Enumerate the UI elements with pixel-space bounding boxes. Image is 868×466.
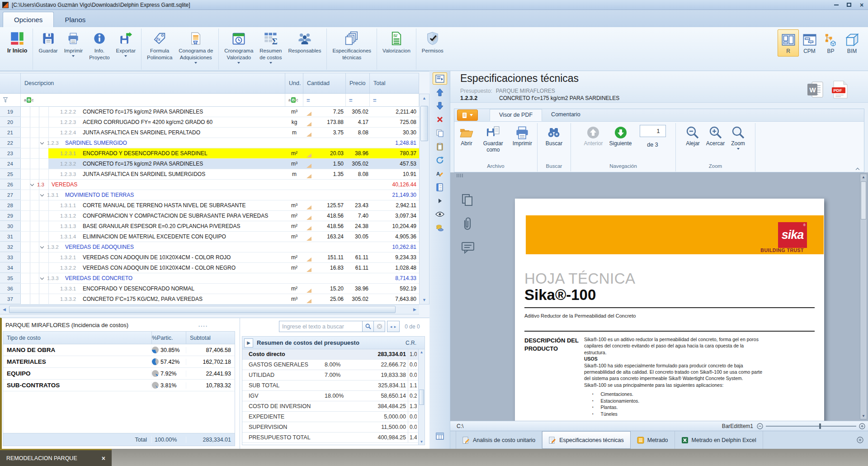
- guardar-button[interactable]: Guardar: [35, 29, 61, 69]
- table-row[interactable]: 301.3.1.3BASE GRANULAR ESPESOR E=0.20 C/…: [0, 221, 419, 232]
- table-row[interactable]: 281.3.1.1CORTE MANUAL DE TERRENO HASTA N…: [0, 200, 419, 211]
- search-input[interactable]: [279, 321, 363, 332]
- table-row-selected[interactable]: 231.2.3.1ENCOFRADO Y DESENCOFRADO DE SAR…: [0, 148, 419, 159]
- siguiente-button[interactable]: Siguiente: [606, 124, 635, 147]
- exportar-button[interactable]: Exportar: [113, 29, 139, 69]
- resumen-row[interactable]: IGV18.00%58,650.140.2: [242, 391, 425, 401]
- pages-panel-icon[interactable]: [461, 193, 475, 207]
- visibility-button[interactable]: [433, 208, 447, 220]
- acercar-button[interactable]: Acercar: [703, 124, 728, 147]
- abrir-button[interactable]: Abrir: [456, 124, 477, 147]
- table-row[interactable]: 341.3.2.2VEREDAS CON ADOQUIN DE 10X20X4C…: [0, 263, 419, 273]
- resumen-row[interactable]: Costo directo283,334.011.0: [242, 349, 425, 360]
- column-header-total[interactable]: Total: [370, 73, 419, 93]
- imprimir-button[interactable]: Imprimir: [61, 29, 86, 69]
- attachments-panel-icon[interactable]: [461, 217, 475, 231]
- slider-thumb[interactable]: [819, 423, 821, 429]
- tab-analisis-costo-unitario[interactable]: Analisis de costo unitario: [456, 431, 542, 449]
- tab-visor-pdf[interactable]: Visor de PDF: [490, 109, 542, 121]
- splitter-grip[interactable]: [457, 174, 463, 177]
- close-button[interactable]: ×: [855, 1, 868, 9]
- tab-metrado[interactable]: Metrado: [631, 431, 675, 449]
- filter-descripcion[interactable]: aBc: [21, 94, 285, 106]
- table-row[interactable]: 201.2.2.3ACERO CORRUGADO FY= 4200 kg/cm2…: [0, 117, 419, 128]
- filter-funnel-icon[interactable]: [0, 94, 21, 106]
- valorizacion-button[interactable]: S/ Valorizacion: [379, 29, 414, 69]
- table-row[interactable]: 211.2.2.4JUNTA ASFALTICA EN SARDINEL PER…: [0, 128, 419, 138]
- column-header-und[interactable]: Und.: [285, 73, 303, 93]
- scroll-left-icon[interactable]: ◀: [0, 305, 9, 314]
- table-row[interactable]: 311.3.1.4ELIMINACION DE MATERIAL EXCEDEN…: [0, 232, 419, 242]
- table-row[interactable]: 191.2.2.2CONCRETO f'c=175 kg/cm2 PARA SA…: [0, 107, 419, 117]
- comments-panel-icon[interactable]: [461, 241, 475, 254]
- column-header-descripcion[interactable]: Descripcion: [21, 73, 285, 93]
- table-row-group[interactable]: 271.3.1MOVIMIENTO DE TIERRAS21,149.30: [0, 190, 419, 200]
- collapse-icon[interactable]: [40, 140, 44, 144]
- resumen-row[interactable]: PRESUPUESTO TOTAL400,984.251.4: [242, 433, 425, 443]
- search-button[interactable]: [363, 321, 374, 332]
- tab-metrado-delphin-excel[interactable]: Metrado en Delphin Excel: [675, 431, 763, 449]
- pdf-viewer-area[interactable]: sika® BUILDING TRUST HOJA TÉCNICA Sika®-…: [450, 172, 868, 421]
- tab-comentario[interactable]: Comentario: [542, 109, 590, 121]
- move-down-button[interactable]: [433, 100, 447, 112]
- especificaciones-tecnicas-button[interactable]: Especificaciones técnicas: [329, 29, 374, 69]
- table-row-group[interactable]: 321.3.2VEREDAS DE ADOQUINES10,262.81: [0, 242, 419, 252]
- scrollbar-thumb[interactable]: [9, 306, 396, 313]
- anterior-button[interactable]: Anterior: [580, 124, 606, 147]
- view-cpm-button[interactable]: CPM: [799, 29, 820, 57]
- export-word-button[interactable]: W: [807, 80, 825, 99]
- slider-track[interactable]: [766, 426, 856, 427]
- list-item[interactable]: EQUIPO 7.92% 22,441.93: [3, 368, 235, 380]
- view-r-button[interactable]: R: [778, 29, 799, 57]
- vertical-scrollbar[interactable]: ▲ ▼: [419, 94, 429, 304]
- scroll-down-icon[interactable]: ▼: [420, 296, 429, 304]
- alejar-button[interactable]: Alejar: [683, 124, 703, 147]
- info-proyecto-button[interactable]: Info. Proyecto: [86, 29, 113, 69]
- cronograma-valorizado-button[interactable]: Cronograma Valorizado: [221, 29, 256, 69]
- paste-button[interactable]: [433, 140, 447, 152]
- copy-button[interactable]: [433, 127, 447, 139]
- table-row-group[interactable]: 351.3.3VEREDAS DE CONCRETO8,714.33: [0, 273, 419, 284]
- scrollbar-thumb[interactable]: [419, 390, 424, 405]
- column-header-cantidad[interactable]: Cantidad: [303, 73, 346, 93]
- tab-planos[interactable]: Planos: [54, 12, 96, 27]
- column-header-tipo[interactable]: Tipo de costo: [3, 335, 151, 341]
- resumen-row[interactable]: SUB TOTAL325,834.111.1: [242, 380, 425, 391]
- table-row-group[interactable]: 221.2.3SARDINEL SUMERGIDO1,248.81: [0, 138, 419, 148]
- export-pdf-button[interactable]: PDF: [831, 80, 849, 99]
- imprimir-pdf-button[interactable]: Imprimir: [509, 124, 535, 147]
- expand-panel-button[interactable]: ▶: [244, 338, 253, 347]
- list-item[interactable]: SUB-CONTRATOS 3.81% 10,783.32: [3, 380, 235, 391]
- table-row-group[interactable]: 261.3VEREDAS40,126.44: [0, 180, 419, 190]
- sort-edit-button[interactable]: A: [433, 167, 447, 180]
- page-number-input[interactable]: 1: [640, 125, 666, 137]
- filter-und[interactable]: aBc: [285, 94, 303, 106]
- collapse-icon[interactable]: [40, 276, 44, 279]
- resumen-row[interactable]: GASTOS GENERALES8.00%22,666.720.0: [242, 360, 425, 370]
- resumen-row[interactable]: COSTO DE INVERSION384,484.251.3: [242, 401, 425, 412]
- scroll-up-icon[interactable]: ▲: [420, 94, 429, 102]
- expand-arrow-button[interactable]: [433, 195, 447, 207]
- tab-especificaciones-tecnicas[interactable]: Especificaciones técnicas: [542, 431, 630, 449]
- tab-opciones[interactable]: Opciones: [3, 12, 54, 27]
- view-bp-button[interactable]: BP: [820, 29, 841, 57]
- view-bim-button[interactable]: BIM: [841, 29, 863, 57]
- conograma-adquisiciones-button[interactable]: Conograma de Adquisiciones: [175, 29, 216, 69]
- filter-precio[interactable]: =: [346, 94, 370, 106]
- responsables-button[interactable]: Responsables: [285, 29, 325, 69]
- collapse-ribbon-icon[interactable]: [856, 167, 859, 171]
- pdf-menu-button[interactable]: [457, 109, 478, 121]
- clear-search-button[interactable]: [374, 321, 385, 332]
- collapse-icon[interactable]: [40, 192, 44, 196]
- search-prev-next-button[interactable]: ◂ ▸: [387, 321, 400, 332]
- horizontal-scrollbar[interactable]: ◀ ▶: [0, 304, 419, 314]
- project-tab-remodelacion-parque[interactable]: REMODELACION PARQUE ×: [0, 449, 112, 466]
- move-up-button[interactable]: [433, 86, 447, 98]
- guardar-como-button[interactable]: Guardar como: [477, 124, 509, 154]
- delete-button[interactable]: [433, 113, 447, 125]
- resumen-row[interactable]: EXPEDIENTE5,000.000.0: [242, 412, 425, 422]
- zoom-slider[interactable]: [757, 423, 865, 429]
- filter-cantidad[interactable]: =: [303, 94, 346, 106]
- permisos-button[interactable]: Permisos: [419, 29, 447, 69]
- zoom-button[interactable]: Zoom: [728, 124, 748, 151]
